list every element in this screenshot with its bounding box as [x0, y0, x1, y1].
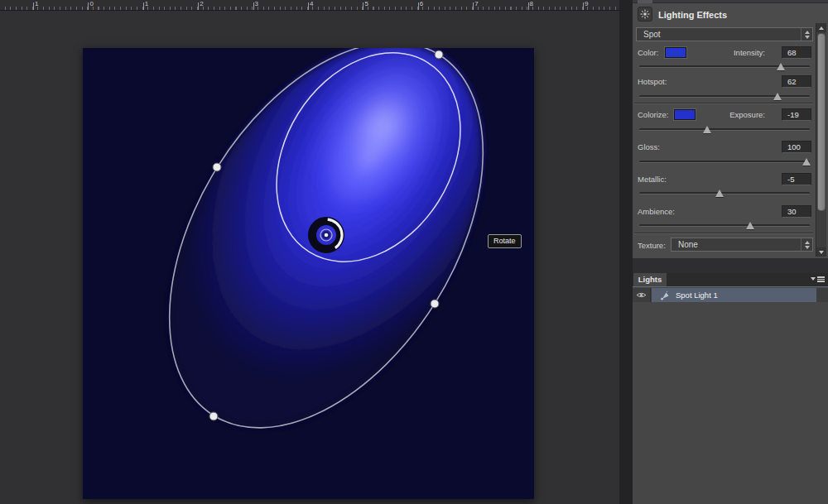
ambience-row: Ambience: 30 [633, 205, 815, 218]
ruler-label: 3 [255, 0, 258, 7]
texture-label: Texture: [638, 241, 666, 250]
color-intensity-row: Color: Intensity: 68 [633, 46, 815, 60]
handle-right[interactable] [431, 300, 439, 308]
select-stepper-icon [801, 238, 812, 251]
texture-value: None [678, 240, 698, 249]
ambience-label: Ambience: [638, 207, 675, 216]
gloss-label: Gloss: [638, 142, 660, 151]
handle-bottom[interactable] [209, 412, 218, 420]
lighting-preview-svg [83, 48, 534, 499]
canvas-document[interactable]: Rotate [83, 48, 534, 499]
visibility-toggle[interactable] [633, 288, 651, 302]
light-name: Spot Light 1 [676, 290, 718, 300]
ruler-label: 1 [35, 0, 38, 7]
ruler-tick [308, 2, 309, 10]
ruler-tick [143, 2, 144, 10]
intensity-label: Intensity: [734, 48, 765, 57]
texture-select[interactable]: None [671, 238, 813, 252]
exposure-slider-thumb[interactable] [703, 126, 711, 133]
ruler-label: 2 [200, 0, 203, 7]
lights-panel: Lights [633, 273, 828, 504]
ruler-label: 8 [530, 0, 533, 7]
exposure-label: Exposure: [729, 110, 765, 119]
panel-menu-icon[interactable] [811, 276, 825, 282]
exposure-slider[interactable] [639, 126, 810, 134]
ruler-label: 7 [474, 0, 478, 7]
ambience-slider[interactable] [639, 222, 810, 230]
intensity-slider[interactable] [639, 63, 810, 71]
panel-tab-notch [638, 0, 652, 3]
ruler-tick [33, 2, 34, 10]
ambience-slider-thumb[interactable] [746, 222, 754, 229]
metallic-value-field[interactable]: -5 [782, 173, 811, 185]
horizontal-ruler: 10123456789 [0, 0, 619, 11]
ambience-slider-track [639, 224, 810, 227]
ruler-tick [473, 2, 474, 10]
scroll-up-arrow[interactable] [816, 23, 826, 32]
metallic-slider-thumb[interactable] [715, 190, 724, 197]
eye-icon [636, 291, 647, 299]
handle-left[interactable] [213, 163, 221, 171]
panel-gap [633, 258, 828, 273]
ambience-value-field[interactable]: 30 [782, 205, 811, 218]
lights-tab-bar: Lights [633, 273, 828, 286]
gloss-row: Gloss: 100 [633, 141, 815, 154]
ruler-tick [528, 2, 529, 10]
ruler-tick [88, 2, 89, 10]
handle-top[interactable] [435, 50, 443, 59]
photoshop-workspace: 10123456789 [0, 0, 828, 504]
tab-lights[interactable]: Lights [633, 273, 667, 286]
lighting-effects-panel: Lighting Effects Spot Color: Intensity: … [633, 0, 828, 258]
panel-scrollbar[interactable] [816, 23, 826, 257]
ruler-label: 1 [145, 0, 148, 7]
light-type-select[interactable]: Spot [636, 27, 813, 41]
center-dot[interactable] [325, 233, 329, 238]
light-list-item[interactable]: Spot Light 1 [633, 288, 828, 302]
metallic-label: Metallic: [638, 175, 667, 184]
metallic-slider[interactable] [639, 190, 810, 198]
ruler-label: 6 [420, 0, 423, 7]
hotspot-slider[interactable] [639, 93, 810, 101]
scroll-down-arrow[interactable] [816, 247, 826, 257]
color-label: Color: [638, 48, 658, 57]
lights-list: Spot Light 1 [633, 286, 828, 504]
ruler-tick [253, 2, 254, 10]
rotate-tooltip: Rotate [488, 234, 522, 248]
colorize-label: Colorize: [638, 110, 669, 119]
ruler-tick [418, 2, 419, 10]
hotspot-value-field[interactable]: 62 [782, 75, 811, 88]
colorize-swatch[interactable] [674, 109, 696, 120]
lighting-effects-icon [638, 7, 652, 22]
ruler-label: 0 [89, 0, 93, 7]
scrollbar-thumb[interactable] [817, 33, 826, 211]
metallic-slider-track [639, 192, 810, 194]
hotspot-row: Hotspot: 62 [633, 75, 815, 89]
ruler-label: 5 [364, 0, 368, 7]
selected-light-row[interactable]: Spot Light 1 [652, 288, 816, 302]
ruler-label: 9 [585, 0, 588, 7]
dock-divider [619, 0, 633, 504]
color-swatch[interactable] [665, 47, 686, 58]
metallic-row: Metallic: -5 [633, 173, 815, 186]
gloss-value-field[interactable]: 100 [782, 141, 811, 153]
hotspot-slider-thumb[interactable] [773, 93, 782, 100]
section-divider [634, 103, 813, 104]
ruler-label: 4 [310, 0, 313, 7]
hotspot-label: Hotspot: [638, 77, 667, 86]
exposure-value-field[interactable]: -19 [782, 108, 811, 121]
exposure-slider-track [639, 128, 810, 131]
panel-title: Lighting Effects [658, 10, 727, 20]
colorize-exposure-row: Colorize: Exposure: -19 [633, 108, 815, 122]
intensity-slider-thumb[interactable] [777, 63, 785, 70]
section-divider [634, 233, 813, 234]
gloss-slider[interactable] [639, 158, 810, 166]
gloss-slider-track [639, 161, 810, 163]
spot-light-icon [660, 290, 670, 300]
panel-header: Lighting Effects [633, 5, 828, 25]
gloss-slider-thumb[interactable] [802, 158, 811, 166]
select-stepper-icon [801, 28, 812, 41]
ruler-tick [363, 2, 363, 10]
ruler-tick [583, 2, 584, 10]
intensity-value-field[interactable]: 68 [782, 46, 811, 59]
panel-tab-strip [633, 0, 828, 3]
